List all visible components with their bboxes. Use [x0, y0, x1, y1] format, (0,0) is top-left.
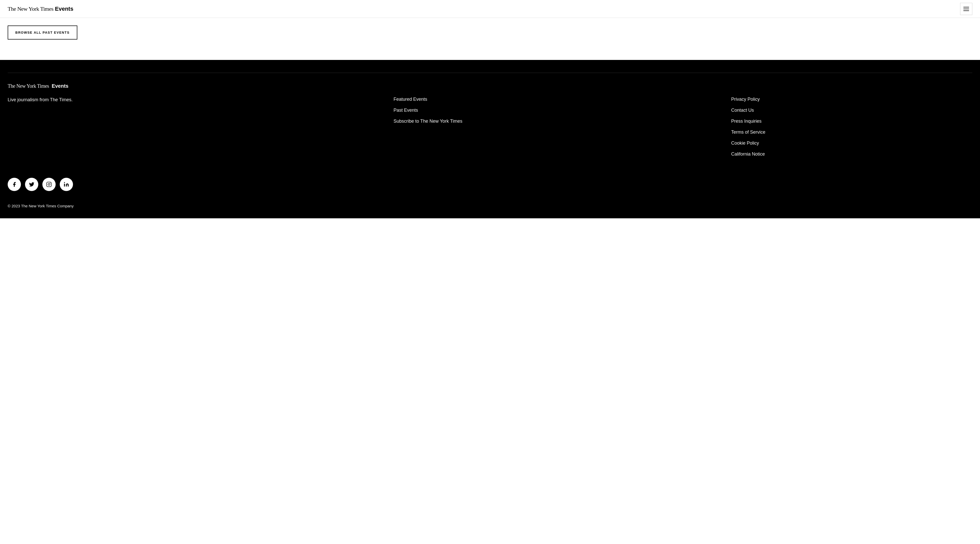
site-header: The New York Times Events: [0, 0, 980, 18]
instagram-icon: [46, 182, 52, 187]
linkedin-icon: [64, 182, 69, 187]
twitter-icon: [29, 182, 35, 187]
footer-logo-events: Events: [52, 83, 68, 89]
header-logo-events: Events: [55, 6, 73, 12]
footer-tagline: Live journalism from The Times.: [8, 97, 297, 103]
footer-divider: [8, 73, 972, 73]
site-footer: The New York Times Events Live journalis…: [0, 60, 980, 218]
hamburger-line-1: [963, 7, 969, 7]
instagram-social-button[interactable]: [42, 178, 56, 191]
footer-copyright: © 2023 The New York Times Company: [8, 204, 972, 208]
linkedin-social-button[interactable]: [60, 178, 73, 191]
twitter-social-button[interactable]: [25, 178, 38, 191]
hamburger-menu-button[interactable]: [960, 3, 972, 15]
facebook-icon: [11, 182, 17, 187]
footer-link-past-events[interactable]: Past Events: [393, 108, 635, 113]
footer-link-terms-of-service[interactable]: Terms of Service: [731, 130, 972, 135]
footer-link-privacy-policy[interactable]: Privacy Policy: [731, 97, 972, 102]
hamburger-line-3: [963, 11, 969, 11]
footer-link-contact-us[interactable]: Contact Us: [731, 108, 972, 113]
browse-all-past-events-button[interactable]: BROWSE ALL PAST EVENTS: [8, 25, 77, 40]
svg-rect-0: [47, 182, 51, 187]
header-logo[interactable]: The New York Times Events: [8, 6, 73, 12]
facebook-social-button[interactable]: [8, 178, 21, 191]
svg-point-2: [50, 183, 51, 183]
footer-link-featured-events[interactable]: Featured Events: [393, 97, 635, 102]
main-content: BROWSE ALL PAST EVENTS: [0, 18, 980, 60]
svg-point-1: [48, 183, 50, 185]
hamburger-line-2: [963, 9, 969, 9]
svg-rect-3: [64, 184, 65, 186]
header-logo-nyt: The New York Times: [8, 6, 53, 12]
footer-main-section: Live journalism from The Times. Featured…: [8, 97, 972, 162]
footer-nav-center: Featured Events Past Events Subscribe to…: [393, 97, 635, 162]
footer-left-column: Live journalism from The Times.: [8, 97, 297, 162]
footer-link-subscribe[interactable]: Subscribe to The New York Times: [393, 119, 635, 124]
footer-logo-nyt: The New York Times: [8, 83, 49, 89]
footer-logo[interactable]: The New York Times Events: [8, 83, 972, 89]
footer-link-cookie-policy[interactable]: Cookie Policy: [731, 141, 972, 146]
footer-link-california-notice[interactable]: California Notice: [731, 152, 972, 157]
footer-social-links: [8, 178, 972, 191]
footer-link-press-inquiries[interactable]: Press Inquiries: [731, 119, 972, 124]
svg-point-4: [64, 182, 65, 183]
footer-nav-right: Privacy Policy Contact Us Press Inquirie…: [731, 97, 972, 162]
